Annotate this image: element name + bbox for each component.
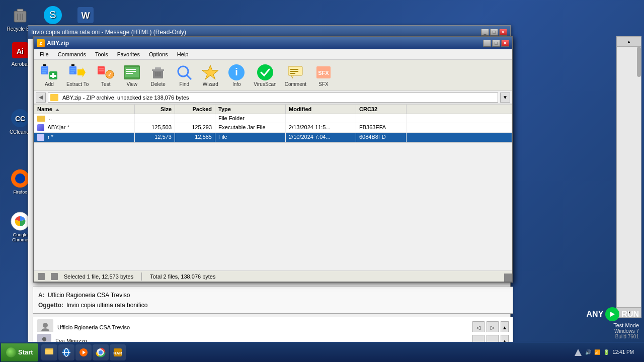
zip-restore-button[interactable]: □ [492, 40, 500, 47]
extract-to-label: Extract To [66, 81, 89, 87]
zip-minimize-button[interactable]: _ [483, 40, 491, 47]
tray-network-icon[interactable]: 📶 [594, 349, 600, 355]
column-modified[interactable]: Modified [286, 105, 356, 114]
firefox-icon [10, 168, 30, 189]
email-window-controls: _ □ ✕ [481, 29, 507, 36]
column-name[interactable]: Name [34, 105, 135, 114]
svg-rect-53 [290, 69, 298, 70]
file-name-r: r * [34, 133, 135, 142]
find-icon [175, 63, 193, 81]
view-icon [123, 63, 141, 81]
file-crc-parent [356, 114, 407, 123]
address-path: ABY.zip - ZIP archive, unpacked size 138… [48, 93, 498, 103]
address-dropdown-button[interactable]: ▼ [500, 93, 510, 103]
firefox-label: Firefox [13, 190, 27, 195]
svg-rect-37 [126, 71, 136, 72]
file-row-aby-jar[interactable]: ABY.jar * 125,503 125,293 Executable Jar… [34, 123, 512, 133]
zip-title: ABY.zip [47, 40, 69, 47]
column-packed[interactable]: Packed [175, 105, 215, 114]
zip-close-button[interactable]: ✕ [501, 40, 509, 47]
menu-commands[interactable]: Commands [54, 50, 90, 58]
email-close-button[interactable]: ✕ [499, 29, 507, 36]
svg-point-59 [43, 323, 48, 328]
svg-text:CC: CC [15, 115, 25, 123]
resize-handle[interactable] [504, 274, 512, 282]
nav-back-button[interactable] [36, 93, 46, 103]
taskbar-mediaplayer-icon[interactable] [75, 344, 92, 360]
email-restore-button[interactable]: □ [490, 29, 498, 36]
svg-text:SFX: SFX [318, 70, 329, 76]
svg-point-50 [257, 64, 273, 80]
column-type[interactable]: Type [215, 105, 286, 114]
sfx-button[interactable]: SFX SFX [311, 62, 336, 88]
tray-power-icon[interactable]: 🔋 [603, 349, 609, 355]
column-crc32[interactable]: CRC32 [356, 105, 407, 114]
svg-rect-54 [290, 71, 298, 72]
ccleaner-icon: CC [10, 108, 30, 128]
svg-rect-30 [99, 68, 104, 69]
wizard-button[interactable]: Wizard [198, 62, 223, 88]
file-crc-aby-jar: FB363EFA [356, 123, 407, 132]
menu-file[interactable]: File [36, 50, 53, 58]
email-title: Invio copia ultima rata oni - Message (H… [31, 29, 186, 36]
right-scrollbar-thumb[interactable] [637, 47, 641, 77]
info-button[interactable]: i Info [224, 62, 249, 88]
zip-toolbar: Add Extract To [34, 60, 512, 91]
comment-button[interactable]: Comment [281, 62, 310, 88]
file-modified-r: 2/10/2024 7:04... [286, 133, 356, 142]
file-row-parent[interactable]: .. File Folder [34, 114, 512, 123]
folder-icon [37, 116, 45, 122]
file-type-r: File [215, 133, 286, 142]
svg-rect-19 [42, 70, 47, 71]
svg-text:Ai: Ai [17, 47, 24, 55]
tray-sound-icon[interactable]: 🔊 [585, 349, 591, 355]
delete-button[interactable]: Delete [145, 62, 171, 88]
right-panel-scroll-up[interactable]: ▲ [617, 37, 641, 47]
taskbar-clock[interactable]: 12:41 PM [612, 349, 634, 355]
virusscan-label: VirusScan [254, 81, 276, 87]
zip-file-list: Name Size Packed Type Modified CRC32 [34, 104, 512, 143]
comment-icon [286, 63, 304, 81]
email-subject-label: Oggetto: [38, 302, 63, 309]
svg-marker-52 [291, 75, 293, 78]
taskbar-chrome-icon[interactable] [93, 344, 109, 360]
svg-rect-25 [71, 64, 74, 66]
find-button[interactable]: Find [172, 62, 197, 88]
clock-time: 12:41 PM [612, 349, 634, 355]
svg-text:S: S [49, 9, 56, 20]
skype-icon: S [43, 5, 63, 25]
file-row-r[interactable]: r * 12,573 12,585 File 2/10/2024 7:04...… [34, 133, 512, 142]
info-icon: i [227, 63, 246, 81]
add-button[interactable]: Add [37, 62, 62, 88]
virusscan-button[interactable]: VirusScan [250, 62, 280, 88]
tray-icon-1[interactable] [574, 348, 582, 356]
test-icon: ✓ [97, 63, 115, 81]
taskbar-explorer-icon[interactable] [41, 344, 57, 360]
delete-label: Delete [151, 81, 166, 87]
file-modified-aby-jar: 2/13/2024 11:5... [286, 123, 356, 132]
menu-options[interactable]: Options [145, 50, 172, 58]
view-button[interactable]: View [119, 62, 144, 88]
svg-marker-58 [39, 96, 43, 100]
taskbar: Start RAR [0, 342, 644, 362]
svg-rect-18 [42, 68, 47, 69]
email-from-row: A: Ufficio Ragioneria CSA Treviso [38, 290, 508, 300]
recycle-bin-icon [10, 5, 30, 25]
taskbar-winrar-icon[interactable]: RAR [110, 344, 126, 360]
file-modified-parent [286, 114, 356, 123]
zip-addressbar: ABY.zip - ZIP archive, unpacked size 138… [34, 91, 512, 104]
extract-to-button[interactable]: Extract To [63, 62, 92, 88]
file-name-aby-jar: ABY.jar * [34, 123, 135, 132]
email-from-label: A: [38, 292, 45, 299]
column-size[interactable]: Size [135, 105, 175, 114]
svg-rect-31 [99, 70, 104, 71]
svg-rect-27 [70, 70, 75, 71]
taskbar-ie-icon[interactable] [58, 344, 74, 360]
test-button[interactable]: ✓ Test [93, 62, 118, 88]
menu-help[interactable]: Help [173, 50, 193, 58]
menu-tools[interactable]: Tools [91, 50, 112, 58]
start-button[interactable]: Start [1, 343, 38, 361]
test-label: Test [101, 81, 110, 87]
email-minimize-button[interactable]: _ [481, 29, 489, 36]
menu-favorites[interactable]: Favorites [113, 50, 144, 58]
